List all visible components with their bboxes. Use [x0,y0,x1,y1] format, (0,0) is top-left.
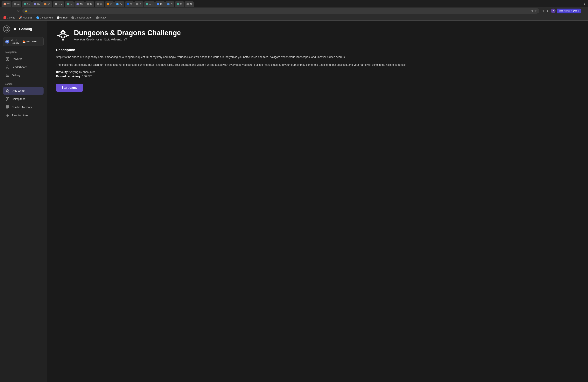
start-game-button[interactable]: Start game [56,84,83,92]
tab-overflow: ▼ [583,3,587,5]
tab-5[interactable]: (5 [125,1,134,7]
bolt-icon [5,113,9,117]
bookmark-canvas[interactable]: Canvas [2,16,17,20]
restart-button[interactable]: 重新启动即可更新 : [557,9,581,13]
metamask-icon: 🦊 [22,40,26,43]
nav-actions: ⊡ ⬇ Y 重新启动即可更新 : ⋮ [541,9,586,13]
url-input[interactable]: localhost:5173/dndgame [29,10,529,12]
menu-button[interactable]: ⋮ [582,9,586,13]
bookmark-ncsa[interactable]: NCSA [94,16,107,20]
browser-chrome: ET up Se Dy AS → M cc AS [0,0,588,21]
svg-rect-5 [8,59,9,61]
bookmark-cv[interactable]: Computer Vision [70,16,94,20]
wallet-bar[interactable]: M Morph Holesky 🦊 0x1...FBB ⋮ [3,37,43,46]
difficulty-value: Varying by encounter [69,70,95,74]
logo-icon [3,25,10,32]
tab-dr[interactable]: Dr [85,1,94,7]
leaderboard-icon [5,65,9,69]
sidebar-item-chimp[interactable]: Chimp test [3,95,43,103]
chimp-icon [5,97,9,101]
tab-as[interactable]: AS [42,1,52,7]
svg-rect-4 [6,59,7,61]
svg-rect-17 [6,106,9,106]
svg-rect-14 [8,97,9,99]
reward-value: 100 BIT [82,75,92,78]
tab-se[interactable]: Se [22,1,32,7]
extensions-button[interactable]: ⊡ [541,9,545,13]
wallet-addr-text: 0x1...FBB [26,40,37,43]
lock-icon: 🔒 [25,10,28,12]
tab-bar: ET up Se Dy AS → M cc AS [0,0,588,7]
refresh-button[interactable]: ↻ [16,9,21,13]
tab-dy[interactable]: Dy [32,1,42,7]
tab-cc[interactable]: cc [65,1,74,7]
svg-rect-16 [8,99,8,100]
page-layout: BIT Gaming M Morph Holesky 🦊 0x1...FBB ⋮… [0,21,588,382]
bookmark-campuswire[interactable]: Campuswire [35,16,54,20]
wallet-address: 🦊 0x1...FBB [22,40,37,43]
translate-icon: ⊡ [531,10,533,12]
dnd-label: DnD Game [12,89,25,92]
svg-rect-15 [6,99,7,101]
svg-rect-18 [6,107,9,107]
sidebar-item-number-memory[interactable]: Number Memory [3,103,43,111]
svg-point-1 [6,28,7,30]
star-icon[interactable]: ☆ [534,9,537,12]
gallery-label: Gallery [12,74,20,77]
svg-rect-19 [6,108,8,109]
reward-label: Reward per victory: [56,75,82,78]
tab-m2[interactable]: m... [144,1,155,7]
profile-button[interactable]: Y [551,9,556,13]
bookmark-github[interactable]: GitHub [55,16,69,20]
logo-text: BIT Gaming [12,27,32,31]
sidebar-item-gallery[interactable]: Gallery [3,71,43,79]
sidebar-item-reaction[interactable]: Reaction time [3,111,43,119]
dnd-icon [5,89,9,93]
svg-rect-3 [8,57,9,59]
number-memory-icon [5,105,9,109]
description-heading: Description [56,48,579,52]
tab-m[interactable]: → M [53,1,64,7]
back-button[interactable]: ← [2,9,7,13]
tab-up[interactable]: up [12,1,21,7]
forward-button[interactable]: → [9,9,14,13]
game-logo [56,29,70,42]
tab-as2[interactable]: AS [74,1,84,7]
game-subtitle: Are You Ready for an Epic Adventure? [74,38,181,41]
chimp-label: Chimp test [12,97,25,101]
tab-al[interactable]: Al [185,1,194,7]
address-bar[interactable]: 🔒 localhost:5173/dndgame ⊡ ☆ [22,8,539,14]
tab-go[interactable]: Go [114,1,125,7]
svg-point-6 [7,66,8,67]
reward-line: Reward per victory: 100 BIT [56,75,579,78]
bookmark-access[interactable]: 🚀 ACCESS [17,16,34,20]
bookmarks-bar: Canvas 🚀 ACCESS Campuswire GitHub Comput… [0,15,588,21]
wallet-more-button[interactable]: ⋮ [38,40,42,43]
sidebar-logo: BIT Gaming [3,25,43,32]
nav-section-label: Navigation [3,51,43,53]
description-para1: Step into the shoes of a legendary hero,… [56,55,579,60]
difficulty-line: Difficulty: Varying by encounter [56,70,579,74]
tab-new[interactable]: 新 [175,1,184,7]
leaderboard-label: Leaderboard [12,65,27,69]
sidebar: BIT Gaming M Morph Holesky 🦊 0x1...FBB ⋮… [0,21,47,382]
number-memory-label: Number Memory [12,106,32,109]
game-title: Dungeons & Dragons Challenge [74,29,181,37]
wallet-avatar: M [5,40,9,43]
sidebar-item-rewards[interactable]: Rewards [3,55,43,63]
sidebar-item-dnd[interactable]: DnD Game [3,87,43,95]
games-section-label: Games [3,83,43,85]
tab-cl[interactable]: Cl [134,1,143,7]
new-tab-button[interactable]: + [194,2,199,6]
difficulty-label: Difficulty: [56,70,69,74]
download-button[interactable]: ⬇ [546,9,550,13]
tab-et[interactable]: ET [1,1,11,7]
sidebar-item-leaderboard[interactable]: Leaderboard [3,63,43,71]
description-para2: The challenge starts easy, but each turn… [56,63,579,67]
tab-re[interactable]: Re [155,1,165,7]
tab-pl[interactable]: Pl [165,1,174,7]
tab-ak[interactable]: Ak [95,1,105,7]
tab-vi[interactable]: Vi [105,1,114,7]
grid-icon [5,57,9,61]
gallery-icon [5,73,9,77]
